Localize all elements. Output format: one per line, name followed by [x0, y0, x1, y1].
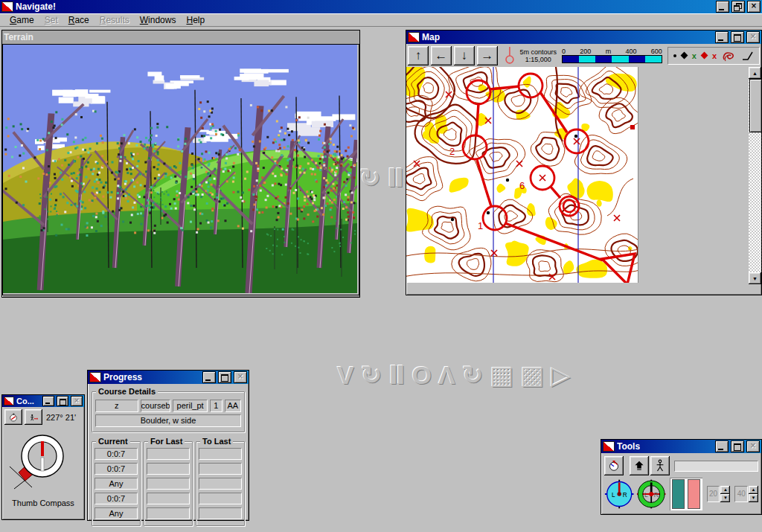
course-field-map: peril_pt — [173, 400, 207, 412]
map-scale-text: 5m contours 1:15,000 — [520, 48, 557, 63]
menu-set[interactable]: Set — [39, 14, 63, 26]
for-last-cell — [147, 493, 190, 504]
spinner2-up-button[interactable]: ▲ — [749, 486, 758, 494]
compass-caption: Thumb Compass — [2, 499, 84, 507]
map-close-button[interactable]: × — [746, 31, 760, 43]
to-last-cell — [199, 478, 242, 490]
menu-windows[interactable]: Windows — [135, 14, 182, 26]
scroll-up-button[interactable]: ▲ — [749, 67, 761, 79]
map-maximize-button[interactable] — [731, 31, 744, 43]
elevation-button[interactable] — [630, 456, 649, 475]
terrain-view[interactable] — [2, 44, 359, 295]
map-titlebar[interactable]: Map × — [406, 31, 761, 44]
for-last-cell — [147, 507, 190, 519]
minimize-button[interactable] — [716, 1, 729, 13]
svg-text:R: R — [654, 492, 659, 499]
menu-race[interactable]: Race — [63, 14, 95, 26]
to-last-cell — [199, 507, 242, 519]
progress-titlebar[interactable]: Progress × — [88, 371, 249, 384]
pan-right-button[interactable]: → — [477, 46, 498, 65]
course-field-runner: z — [95, 400, 138, 412]
tools-maximize-button[interactable] — [731, 440, 744, 452]
map-spacer — [638, 67, 749, 292]
tools-titlebar[interactable]: Tools × — [601, 440, 761, 453]
map-canvas[interactable]: 126 — [406, 67, 638, 283]
to-last-group: To Last — [196, 441, 245, 526]
person-icon — [655, 458, 665, 473]
angle-icon — [742, 50, 754, 62]
runner-button[interactable] — [650, 456, 670, 475]
spinner2-value: 40 — [734, 486, 748, 502]
current-cell: 0:0:7 — [95, 448, 138, 460]
tools-minimize-button[interactable] — [715, 440, 729, 452]
menu-results[interactable]: Results — [95, 14, 135, 26]
course-field-course: courseb — [141, 400, 171, 412]
main-titlebar[interactable]: Navigate! × — [0, 0, 762, 13]
scrollbar-track[interactable] — [749, 132, 761, 272]
menu-game[interactable]: Game — [4, 14, 39, 26]
tools-close-button[interactable]: × — [746, 440, 760, 452]
terrain-titlebar[interactable]: Terrain — [2, 31, 359, 44]
compass-titlebar[interactable]: Co... × — [2, 395, 84, 407]
tick-400: 400 — [625, 48, 636, 55]
control-description: Boulder, w side — [95, 414, 241, 427]
map-flag-icon — [408, 32, 420, 42]
compass-mode-button[interactable] — [4, 409, 22, 425]
svg-text:L: L — [644, 492, 648, 499]
level-bars — [670, 478, 702, 510]
compass-maximize-button[interactable] — [57, 396, 68, 406]
tools-title: Tools — [617, 441, 640, 452]
menu-bar: Game Set Race Results Windows Help — [0, 13, 762, 27]
progress-title: Progress — [103, 372, 142, 382]
progress-close-button[interactable]: × — [234, 371, 247, 383]
scrollbar-thumb[interactable] — [749, 79, 762, 132]
red-x-icon: x — [712, 52, 717, 60]
progress-window: Progress × Course Details z courseb peri… — [87, 370, 249, 521]
svg-text:1: 1 — [478, 220, 483, 231]
current-cell: Any — [95, 507, 138, 519]
map-minimize-button[interactable] — [715, 31, 729, 43]
runner-direction-button[interactable] — [25, 409, 42, 425]
stopwatch-icon — [609, 458, 619, 473]
speed-dial[interactable]: L R — [604, 478, 634, 510]
direction-dial[interactable]: L R — [636, 478, 666, 510]
svg-text:2: 2 — [449, 146, 455, 157]
spinner2-down-button[interactable]: ▼ — [749, 494, 758, 502]
current-cell: 0:0:7 — [95, 463, 138, 475]
tools-toolbar — [601, 453, 761, 477]
pan-down-button[interactable]: ↓ — [454, 46, 475, 65]
tools-window: Tools × — [601, 439, 762, 515]
for-last-cell — [147, 478, 190, 490]
progress-maximize-button[interactable] — [218, 371, 231, 383]
pan-up-button[interactable]: ↑ — [408, 46, 429, 65]
menu-help[interactable]: Help — [181, 14, 210, 26]
scroll-down-button[interactable]: ▼ — [749, 272, 761, 284]
to-last-cell — [199, 463, 242, 475]
spinner1-value: 20 — [707, 486, 720, 502]
current-group: Current 0:0:7 0:0:7 Any 0:0:7 Any — [92, 441, 141, 526]
tick-200: 200 — [580, 48, 591, 55]
terrain-title: Terrain — [4, 32, 33, 42]
small-dot-icon — [673, 54, 676, 57]
compass-minimize-button[interactable] — [42, 396, 54, 406]
course-details-legend: Course Details — [96, 387, 158, 396]
terrain-3d-scene — [3, 45, 357, 293]
compass-flag-icon — [4, 397, 14, 406]
restore-button[interactable] — [731, 1, 745, 13]
course-details-group: Course Details z courseb peril_pt 1 AA B… — [92, 391, 245, 432]
compass-close-button[interactable]: × — [71, 396, 83, 406]
progress-minimize-button[interactable] — [202, 371, 216, 383]
green-x-icon: x — [692, 52, 697, 60]
spinner1-up-button[interactable]: ▲ — [720, 486, 730, 494]
progress-flag-icon — [89, 372, 101, 382]
tick-600: 600 — [651, 48, 662, 55]
compass-window: Co... × 227° 21' — [1, 394, 85, 520]
map-legend-panel: x x — [667, 47, 760, 65]
map-vertical-scrollbar[interactable]: ▲ ▼ — [749, 67, 761, 284]
map-toolbar: ↑ ← ↓ → 5m contours 1:15,000 0 200 m 400… — [406, 44, 761, 67]
for-last-cell — [147, 448, 190, 460]
pan-left-button[interactable]: ← — [431, 46, 452, 65]
spinner1-down-button[interactable]: ▼ — [720, 494, 730, 502]
stopwatch-button[interactable] — [604, 456, 624, 475]
close-button[interactable]: × — [747, 1, 761, 13]
